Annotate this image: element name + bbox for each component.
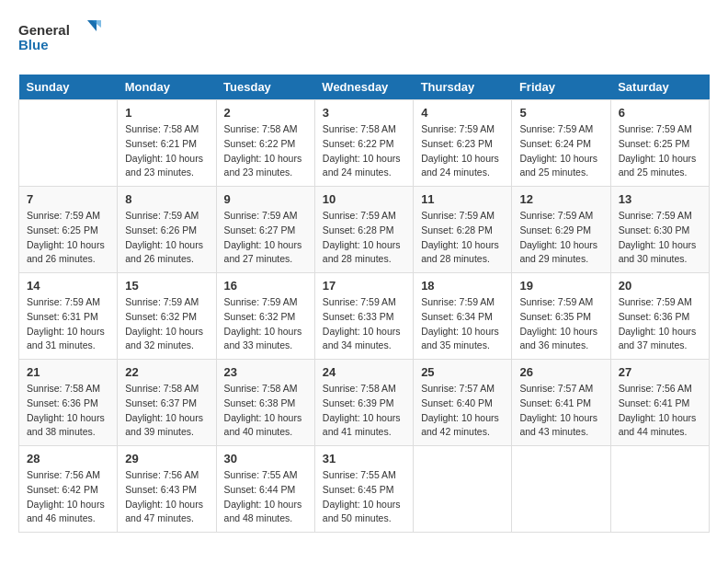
- day-number: 27: [619, 365, 701, 379]
- day-number: 18: [421, 279, 504, 293]
- day-number: 19: [519, 279, 602, 293]
- calendar-cell: [19, 100, 118, 187]
- cell-info: Sunrise: 7:59 AMSunset: 6:28 PMDaylight:…: [421, 209, 504, 267]
- logo-svg: General Blue: [18, 18, 101, 60]
- calendar-cell: 14 Sunrise: 7:59 AMSunset: 6:31 PMDaylig…: [19, 273, 118, 360]
- cell-info: Sunrise: 7:59 AMSunset: 6:36 PMDaylight:…: [619, 295, 701, 353]
- calendar-cell: 8 Sunrise: 7:59 AMSunset: 6:26 PMDayligh…: [118, 187, 216, 273]
- calendar-week-5: 28 Sunrise: 7:56 AMSunset: 6:42 PMDaylig…: [19, 446, 710, 533]
- day-number: 31: [323, 452, 405, 465]
- cell-info: Sunrise: 7:57 AMSunset: 6:41 PMDaylight:…: [519, 382, 602, 440]
- cell-info: Sunrise: 7:59 AMSunset: 6:31 PMDaylight:…: [27, 295, 109, 353]
- cell-info: Sunrise: 7:58 AMSunset: 6:36 PMDaylight:…: [27, 382, 109, 440]
- day-number: 11: [421, 192, 504, 206]
- calendar-cell: 7 Sunrise: 7:59 AMSunset: 6:25 PMDayligh…: [19, 187, 118, 273]
- header-friday: Friday: [512, 75, 610, 100]
- day-number: 17: [323, 279, 405, 293]
- cell-info: Sunrise: 7:58 AMSunset: 6:22 PMDaylight:…: [224, 122, 307, 180]
- calendar-cell: [512, 446, 610, 533]
- day-number: 13: [619, 192, 701, 206]
- calendar-cell: [414, 446, 512, 533]
- day-number: 12: [519, 192, 602, 206]
- day-number: 29: [125, 452, 208, 465]
- calendar-cell: 10 Sunrise: 7:59 AMSunset: 6:28 PMDaylig…: [314, 187, 413, 273]
- calendar-cell: 2 Sunrise: 7:58 AMSunset: 6:22 PMDayligh…: [216, 100, 314, 187]
- header-tuesday: Tuesday: [216, 75, 314, 100]
- calendar-cell: 9 Sunrise: 7:59 AMSunset: 6:27 PMDayligh…: [216, 187, 314, 273]
- calendar-table: SundayMondayTuesdayWednesdayThursdayFrid…: [18, 75, 710, 533]
- cell-info: Sunrise: 7:59 AMSunset: 6:24 PMDaylight:…: [519, 122, 602, 180]
- logo: General Blue: [18, 18, 101, 60]
- calendar-cell: 30 Sunrise: 7:55 AMSunset: 6:44 PMDaylig…: [216, 446, 314, 533]
- svg-text:General: General: [18, 22, 70, 38]
- cell-info: Sunrise: 7:58 AMSunset: 6:37 PMDaylight:…: [125, 382, 208, 440]
- cell-info: Sunrise: 7:56 AMSunset: 6:41 PMDaylight:…: [619, 382, 701, 440]
- header-saturday: Saturday: [610, 75, 709, 100]
- calendar-week-2: 7 Sunrise: 7:59 AMSunset: 6:25 PMDayligh…: [19, 187, 710, 273]
- day-number: 24: [323, 365, 405, 379]
- calendar-week-1: 1 Sunrise: 7:58 AMSunset: 6:21 PMDayligh…: [19, 100, 710, 187]
- cell-info: Sunrise: 7:58 AMSunset: 6:22 PMDaylight:…: [323, 122, 405, 180]
- day-number: 4: [421, 106, 504, 120]
- calendar-cell: 20 Sunrise: 7:59 AMSunset: 6:36 PMDaylig…: [610, 273, 709, 360]
- calendar-cell: 26 Sunrise: 7:57 AMSunset: 6:41 PMDaylig…: [512, 360, 610, 446]
- day-number: 30: [224, 452, 307, 465]
- cell-info: Sunrise: 7:59 AMSunset: 6:26 PMDaylight:…: [125, 209, 208, 267]
- day-number: 26: [519, 365, 602, 379]
- cell-info: Sunrise: 7:59 AMSunset: 6:32 PMDaylight:…: [224, 295, 307, 353]
- day-number: 2: [224, 106, 307, 120]
- cell-info: Sunrise: 7:58 AMSunset: 6:39 PMDaylight:…: [323, 382, 405, 440]
- calendar-cell: 13 Sunrise: 7:59 AMSunset: 6:30 PMDaylig…: [610, 187, 709, 273]
- cell-info: Sunrise: 7:56 AMSunset: 6:42 PMDaylight:…: [27, 468, 109, 526]
- cell-info: Sunrise: 7:58 AMSunset: 6:21 PMDaylight:…: [125, 122, 208, 180]
- page-header: General Blue: [18, 18, 710, 60]
- cell-info: Sunrise: 7:59 AMSunset: 6:25 PMDaylight:…: [27, 209, 109, 267]
- svg-text:Blue: Blue: [18, 37, 49, 52]
- day-number: 21: [27, 365, 109, 379]
- header-thursday: Thursday: [414, 75, 512, 100]
- header-sunday: Sunday: [19, 75, 118, 100]
- calendar-cell: 29 Sunrise: 7:56 AMSunset: 6:43 PMDaylig…: [118, 446, 216, 533]
- calendar-cell: 28 Sunrise: 7:56 AMSunset: 6:42 PMDaylig…: [19, 446, 118, 533]
- cell-info: Sunrise: 7:55 AMSunset: 6:45 PMDaylight:…: [323, 468, 405, 526]
- calendar-cell: 18 Sunrise: 7:59 AMSunset: 6:34 PMDaylig…: [414, 273, 512, 360]
- day-number: 15: [125, 279, 208, 293]
- calendar-cell: 16 Sunrise: 7:59 AMSunset: 6:32 PMDaylig…: [216, 273, 314, 360]
- cell-info: Sunrise: 7:59 AMSunset: 6:27 PMDaylight:…: [224, 209, 307, 267]
- header-wednesday: Wednesday: [314, 75, 413, 100]
- calendar-cell: 12 Sunrise: 7:59 AMSunset: 6:29 PMDaylig…: [512, 187, 610, 273]
- day-number: 6: [619, 106, 701, 120]
- day-number: 23: [224, 365, 307, 379]
- day-number: 1: [125, 106, 208, 120]
- header-row: SundayMondayTuesdayWednesdayThursdayFrid…: [19, 75, 710, 100]
- cell-info: Sunrise: 7:57 AMSunset: 6:40 PMDaylight:…: [421, 382, 504, 440]
- calendar-cell: 3 Sunrise: 7:58 AMSunset: 6:22 PMDayligh…: [314, 100, 413, 187]
- day-number: 28: [27, 452, 109, 465]
- calendar-cell: 19 Sunrise: 7:59 AMSunset: 6:35 PMDaylig…: [512, 273, 610, 360]
- cell-info: Sunrise: 7:59 AMSunset: 6:30 PMDaylight:…: [619, 209, 701, 267]
- day-number: 9: [224, 192, 307, 206]
- cell-info: Sunrise: 7:59 AMSunset: 6:28 PMDaylight:…: [323, 209, 405, 267]
- calendar-cell: 1 Sunrise: 7:58 AMSunset: 6:21 PMDayligh…: [118, 100, 216, 187]
- calendar-cell: 17 Sunrise: 7:59 AMSunset: 6:33 PMDaylig…: [314, 273, 413, 360]
- cell-info: Sunrise: 7:56 AMSunset: 6:43 PMDaylight:…: [125, 468, 208, 526]
- calendar-cell: 31 Sunrise: 7:55 AMSunset: 6:45 PMDaylig…: [314, 446, 413, 533]
- calendar-cell: 11 Sunrise: 7:59 AMSunset: 6:28 PMDaylig…: [414, 187, 512, 273]
- calendar-cell: 22 Sunrise: 7:58 AMSunset: 6:37 PMDaylig…: [118, 360, 216, 446]
- calendar-cell: 21 Sunrise: 7:58 AMSunset: 6:36 PMDaylig…: [19, 360, 118, 446]
- calendar-week-4: 21 Sunrise: 7:58 AMSunset: 6:36 PMDaylig…: [19, 360, 710, 446]
- day-number: 7: [27, 192, 109, 206]
- calendar-cell: 15 Sunrise: 7:59 AMSunset: 6:32 PMDaylig…: [118, 273, 216, 360]
- day-number: 22: [125, 365, 208, 379]
- day-number: 3: [323, 106, 405, 120]
- day-number: 20: [619, 279, 701, 293]
- day-number: 14: [27, 279, 109, 293]
- calendar-week-3: 14 Sunrise: 7:59 AMSunset: 6:31 PMDaylig…: [19, 273, 710, 360]
- calendar-cell: 4 Sunrise: 7:59 AMSunset: 6:23 PMDayligh…: [414, 100, 512, 187]
- calendar-cell: 27 Sunrise: 7:56 AMSunset: 6:41 PMDaylig…: [610, 360, 709, 446]
- cell-info: Sunrise: 7:59 AMSunset: 6:34 PMDaylight:…: [421, 295, 504, 353]
- calendar-cell: 5 Sunrise: 7:59 AMSunset: 6:24 PMDayligh…: [512, 100, 610, 187]
- calendar-cell: 6 Sunrise: 7:59 AMSunset: 6:25 PMDayligh…: [610, 100, 709, 187]
- cell-info: Sunrise: 7:55 AMSunset: 6:44 PMDaylight:…: [224, 468, 307, 526]
- day-number: 16: [224, 279, 307, 293]
